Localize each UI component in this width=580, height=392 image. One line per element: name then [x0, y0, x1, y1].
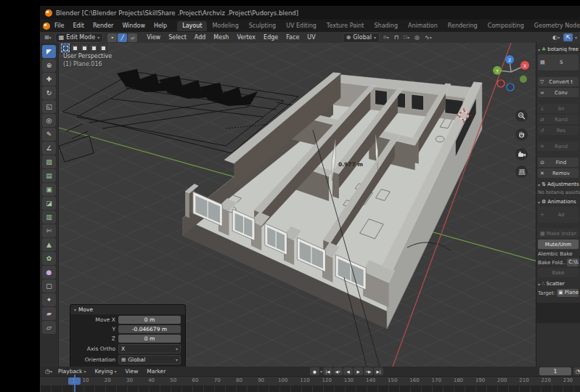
bake-folder-field[interactable]: C:\Users — [567, 258, 579, 266]
mode-dropdown[interactable]: ▦ Edit Mode ▾ — [55, 33, 103, 43]
menu-help[interactable]: Help — [150, 23, 171, 29]
next-keyframe-icon[interactable]: •▶ — [364, 367, 373, 375]
gizmo-toggle-icon[interactable]: ⇱ — [563, 33, 573, 41]
current-frame-field[interactable]: 1 — [539, 367, 571, 375]
pan-hand-icon[interactable] — [515, 128, 528, 141]
timeline-menu-keying[interactable]: Keying ▾ — [90, 368, 121, 375]
move-y-field[interactable]: -0.046679 m — [118, 325, 181, 333]
tool-smooth-icon[interactable]: ● — [42, 266, 56, 279]
orientation-row-dropdown[interactable]: ⊞Global▾ — [118, 355, 181, 364]
workspace-tab-animation[interactable]: Animation — [403, 21, 443, 31]
workspace-tab-rendering[interactable]: Rendering — [443, 21, 483, 31]
make-instance-button[interactable]: ▦Make Instance — [538, 229, 579, 238]
select-mode-subtract-icon[interactable] — [80, 44, 89, 52]
playhead[interactable] — [74, 375, 75, 392]
snap-button[interactable]: ↓Sn — [538, 104, 579, 113]
editor-type-icon[interactable]: ⊞▾ — [43, 34, 53, 41]
tool-knife-icon[interactable]: ✄ — [42, 224, 56, 237]
tool-move-icon[interactable]: ✚ — [42, 73, 56, 86]
stopwatch-icon[interactable]: ◔ — [573, 367, 580, 375]
menu-window[interactable]: Window — [118, 23, 150, 29]
timeline-menu-playback[interactable]: Playback ▾ — [54, 368, 90, 375]
viewport-menu-select[interactable]: Select — [165, 34, 190, 41]
camera-view-icon[interactable] — [515, 148, 528, 160]
play-icon[interactable]: ▶ — [354, 367, 363, 375]
tool-rip-region-icon[interactable]: ▱ — [42, 321, 56, 334]
scatter-header[interactable]: ▾∴Scatter — [538, 281, 579, 287]
workspace-tab-compositing[interactable]: Compositing — [483, 21, 529, 31]
workspace-tab-texture-paint[interactable]: Texture Paint — [322, 21, 369, 31]
face-select-icon[interactable]: ▱ — [128, 33, 137, 42]
tool-rotate-icon[interactable]: ↻ — [42, 86, 56, 99]
tool-measure-icon[interactable]: ∠ — [42, 142, 56, 155]
tool-inset-faces-icon[interactable]: ▣ — [42, 183, 56, 196]
tool-shrink-fatten-icon[interactable]: ✦ — [42, 293, 56, 306]
viewport-menu-add[interactable]: Add — [191, 34, 210, 41]
tool-tweak-select-icon[interactable]: ◤ — [42, 45, 56, 58]
select-mode-intersect-icon[interactable] — [99, 44, 107, 52]
tool-scale-icon[interactable]: ◱ — [42, 100, 56, 113]
tool-edge-slide-icon[interactable]: ▢ — [42, 279, 56, 293]
workspace-tab-modeling[interactable]: Modeling — [207, 21, 243, 31]
menu-edit[interactable]: Edit — [68, 23, 89, 29]
menu-file[interactable]: File — [50, 23, 68, 29]
add-animation-button[interactable]: +Ad — [538, 207, 579, 223]
convert-linked-button[interactable]: ∞Conv — [538, 88, 579, 97]
tool-transform-icon[interactable]: ◎ — [42, 114, 56, 127]
tool-cursor-icon[interactable]: ⊕ — [42, 59, 56, 72]
viewport-menu-uv[interactable]: UV — [303, 34, 319, 41]
viewport-menu-edge[interactable]: Edge — [260, 34, 282, 41]
zoom-icon[interactable] — [515, 110, 528, 122]
select-mode-new-icon[interactable] — [61, 44, 70, 52]
remove-button[interactable]: ✕Remov — [538, 168, 579, 178]
timeline-ruler[interactable]: 1 10203040506070809010011012013014015016… — [40, 377, 580, 385]
tool-bevel-icon[interactable]: ◪ — [42, 197, 56, 210]
tool-loop-cut-icon[interactable]: ▥ — [42, 211, 56, 224]
app-menu-icon[interactable] — [43, 23, 50, 30]
tool-shear-icon[interactable]: ▰ — [42, 307, 56, 320]
previous-keyframe-icon[interactable]: ◀• — [333, 367, 343, 375]
viewport-menu-face[interactable]: Face — [282, 34, 303, 41]
viewport-3d[interactable]: User Perspective (1) Plane.016 0.977 m Z… — [59, 43, 536, 367]
convert-button[interactable]: ▽Convert t — [538, 77, 579, 86]
move-operator-panel[interactable]: ▾ Move Move X0 m Y-0.046679 m Z0 m Axis … — [70, 304, 186, 367]
axis-gizmo[interactable]: Z X Y — [491, 52, 532, 94]
timeline-editor-type-icon[interactable]: ◷▾ — [44, 368, 54, 375]
timeline-menu-view[interactable]: View — [121, 368, 143, 375]
edge-select-icon[interactable]: ╱ — [118, 33, 127, 42]
workspace-tab-layout[interactable]: Layout — [177, 21, 207, 31]
mute-unmute-button[interactable]: Mute/Unm — [538, 240, 579, 249]
select-mode-extend-icon[interactable] — [70, 44, 79, 52]
workspace-tab-shading[interactable]: Shading — [369, 21, 403, 31]
jump-to-start-icon[interactable]: |◀ — [323, 367, 332, 375]
bake-button[interactable]: Bake — [538, 268, 579, 277]
workspace-tab-geometry-nodes[interactable]: Geometry Nodes — [529, 21, 580, 31]
spawn-asset-button[interactable]: ▤S — [538, 54, 579, 70]
workspace-tab-sculpting[interactable]: Sculpting — [244, 21, 281, 31]
workspace-tab-uv-editing[interactable]: UV Editing — [281, 21, 322, 31]
target-object-field[interactable]: ▣ Plane.0 — [557, 289, 579, 297]
jump-to-end-icon[interactable]: ▶| — [374, 367, 383, 375]
tool-extrude-region-icon[interactable]: ▤ — [42, 169, 56, 182]
orientation-dropdown[interactable]: ⊕ Global ▾ — [343, 33, 380, 43]
adjustments-header[interactable]: ▾⇅Adjustments — [538, 181, 579, 187]
pivot-point-icon[interactable]: ⌾▾ — [382, 34, 391, 41]
record-options-icon[interactable]: ▾ — [320, 369, 322, 374]
move-panel-header[interactable]: ▾ Move — [70, 305, 185, 314]
snap-magnet-icon[interactable]: ⊓ — [393, 34, 400, 41]
move-z-field[interactable]: 0 m — [118, 335, 181, 343]
botaniq-panel-header[interactable]: ▾♣botaniq free — [538, 46, 579, 52]
viewport-menu-vertex[interactable]: Vertex — [233, 34, 259, 41]
snap-target-icon[interactable]: ∷▾ — [402, 34, 411, 41]
axis-ortho-dropdown[interactable]: X▾ — [118, 344, 181, 354]
record-icon[interactable]: ● — [310, 367, 319, 375]
orthographic-grid-icon[interactable] — [515, 166, 528, 178]
find-button[interactable]: ⊙Find — [538, 158, 579, 167]
viewport-menu-view[interactable]: View — [143, 34, 164, 41]
timeline-menu-marker[interactable]: Marker — [142, 368, 170, 375]
menu-render[interactable]: Render — [89, 23, 118, 29]
tool-spin-icon[interactable]: ✿ — [42, 252, 56, 265]
timeline-tick-strip[interactable] — [40, 385, 580, 392]
randomize-button[interactable]: ⇄Rand — [538, 115, 579, 124]
proportional-editing-icon[interactable]: ◎ — [413, 34, 421, 41]
